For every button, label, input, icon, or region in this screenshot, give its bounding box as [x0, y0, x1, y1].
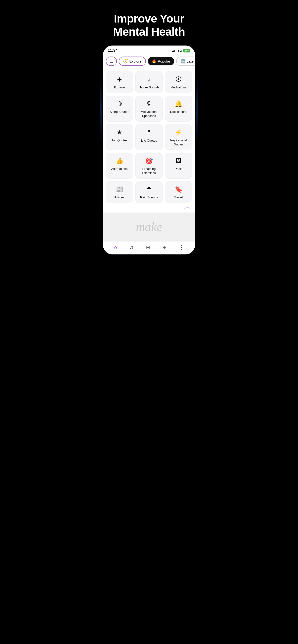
- image-icon: 🖼: [175, 157, 182, 164]
- grid-section: ⊕ Explore ♪ Nature Sounds ⦿ Meditations …: [103, 68, 195, 206]
- grid-item-motivational-speeches[interactable]: 🎙 Motivational Speeches: [135, 96, 163, 122]
- music-icon: ♫: [129, 244, 133, 250]
- target-icon: 🎯: [145, 157, 153, 164]
- status-bar: 11:34 5G 46+: [103, 46, 195, 54]
- grid-item-rain-sounds[interactable]: ☂ Rain Sounds: [135, 181, 163, 203]
- grid-item-life-quotes[interactable]: " Life Quotes: [135, 124, 163, 150]
- watermark-text: make: [136, 220, 162, 234]
- grid-item-top-quotes-label: Top Quotes: [111, 138, 127, 142]
- bell-icon: 🔔: [175, 100, 182, 108]
- grid-item-notifications[interactable]: 🔔 Notifications: [165, 96, 192, 122]
- grid-item-meditations[interactable]: ⦿ Meditations: [165, 71, 192, 93]
- page-title: Improve Your Mental Health: [106, 12, 192, 38]
- battery-badge: 46+: [183, 49, 190, 52]
- search-plus-icon: ⊕: [117, 76, 122, 83]
- grid-item-sleep-sounds[interactable]: ☽ Sleep Sounds: [106, 96, 133, 122]
- grid-item-inspirational-quotes[interactable]: ⚡ Inspirational Quotes: [165, 124, 192, 150]
- scroll-indicator: [103, 206, 195, 212]
- microphone-icon: 🎙: [146, 100, 152, 108]
- umbrella-icon: ☂: [146, 186, 152, 193]
- nav-tabs: ☰ 🧭 Explore 🔥 Popular 🆕 Late...: [103, 54, 195, 68]
- music-note-icon: ♪: [147, 76, 151, 83]
- status-right: 5G 46+: [172, 49, 190, 52]
- grid-item-affirmations-label: Affirmations: [111, 167, 127, 171]
- grid-item-affirmations[interactable]: 👍 Affirmations: [106, 152, 133, 179]
- tab-explore-label: Explore: [129, 59, 141, 63]
- bottom-section: make: [103, 212, 195, 241]
- new-icon: 🆕: [181, 59, 185, 64]
- grid-item-articles-label: Articles: [114, 196, 124, 200]
- header-section: Improve Your Mental Health: [99, 0, 199, 46]
- radio-icon: ⦿: [175, 76, 182, 83]
- grid-item-meditations-label: Meditations: [171, 86, 186, 90]
- tab-popular[interactable]: 🔥 Popular: [148, 57, 174, 66]
- compass-icon: 🧭: [123, 59, 128, 64]
- scroll-arc: [184, 208, 191, 211]
- home-icon: ⌂: [114, 244, 117, 250]
- bookmark-icon: 🔖: [175, 186, 182, 193]
- bottom-nav-more[interactable]: ⋮: [179, 244, 184, 250]
- status-time: 11:34: [108, 48, 117, 53]
- grid-item-motivational-speeches-label: Motivational Speeches: [138, 110, 160, 118]
- tab-latest[interactable]: 🆕 Late...: [176, 56, 195, 66]
- menu-icon: ☰: [110, 59, 113, 64]
- more-icon: ⋮: [179, 244, 184, 250]
- grid-item-life-quotes-label: Life Quotes: [141, 139, 157, 143]
- grid-item-sleep-sounds-label: Sleep Sounds: [110, 110, 129, 114]
- phone-mockup: 11:34 5G 46+ ☰ 🧭 Explore 🔥 Popular 🆕 L: [103, 46, 195, 254]
- bottom-nav-grid[interactable]: ⊞: [162, 244, 167, 250]
- lightning-icon: ⚡: [175, 129, 182, 136]
- bottom-nav-bookmarks[interactable]: ⊟: [146, 244, 150, 250]
- signal-bars: [172, 49, 176, 52]
- star-icon: ★: [117, 129, 122, 136]
- grid-item-saved-label: Saved: [174, 196, 183, 200]
- quote-icon: ": [147, 129, 151, 136]
- grid-icon: ⊞: [162, 244, 167, 250]
- grid-item-breathing-exercises[interactable]: 🎯 Breathing Exercises: [135, 152, 163, 179]
- moon-icon: ☽: [117, 100, 122, 108]
- tab-explore[interactable]: 🧭 Explore: [119, 56, 146, 66]
- newspaper-icon: 📰: [116, 186, 123, 193]
- grid-item-nature-sounds-label: Nature Sounds: [139, 86, 160, 90]
- bookmarks-icon: ⊟: [146, 244, 150, 250]
- tab-popular-label: Popular: [158, 59, 170, 63]
- grid-item-posts-label: Posts: [175, 167, 183, 171]
- grid-item-rain-sounds-label: Rain Sounds: [140, 196, 158, 200]
- fire-icon: 🔥: [152, 59, 157, 64]
- grid-item-inspirational-quotes-label: Inspirational Quotes: [168, 138, 190, 146]
- tab-menu[interactable]: ☰: [106, 56, 117, 66]
- grid-item-explore-label: Explore: [114, 86, 125, 90]
- grid-item-posts[interactable]: 🖼 Posts: [165, 152, 192, 179]
- grid-item-breathing-exercises-label: Breathing Exercises: [138, 167, 160, 175]
- bottom-nav: ⌂ ♫ ⊟ ⊞ ⋮: [103, 241, 195, 254]
- grid-item-notifications-label: Notifications: [170, 110, 187, 114]
- category-grid: ⊕ Explore ♪ Nature Sounds ⦿ Meditations …: [106, 71, 192, 203]
- grid-item-saved[interactable]: 🔖 Saved: [165, 181, 192, 203]
- bottom-nav-home[interactable]: ⌂: [114, 244, 117, 250]
- grid-item-top-quotes[interactable]: ★ Top Quotes: [106, 124, 133, 150]
- grid-item-explore[interactable]: ⊕ Explore: [106, 71, 133, 93]
- thumbsup-icon: 👍: [116, 157, 123, 164]
- tab-latest-label: Late...: [187, 59, 195, 63]
- grid-item-nature-sounds[interactable]: ♪ Nature Sounds: [135, 71, 163, 93]
- grid-item-articles[interactable]: 📰 Articles: [106, 181, 133, 203]
- bottom-nav-music[interactable]: ♫: [129, 244, 133, 250]
- network-label: 5G: [178, 49, 182, 52]
